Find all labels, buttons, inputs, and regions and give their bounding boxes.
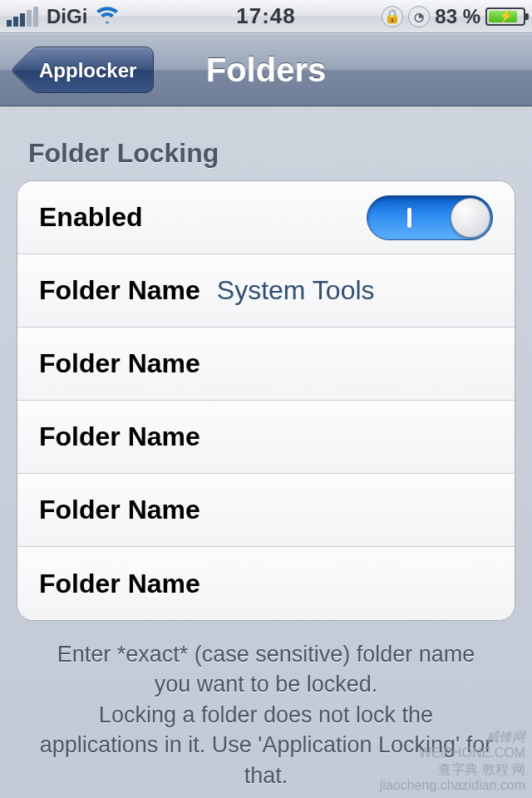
- folder-name-label: Folder Name: [39, 275, 200, 306]
- back-button[interactable]: Applocker: [30, 47, 154, 93]
- settings-group: Enabled Folder Name System Tools Folder …: [17, 180, 515, 621]
- folder-name-label: Folder Name: [39, 421, 200, 452]
- watermark: 威锋网 WEiPHONE.COM 查字典 教程 网 jiaocheng.chaz…: [380, 729, 525, 793]
- folder-name-row[interactable]: Folder Name: [17, 328, 515, 401]
- folder-name-label: Folder Name: [39, 348, 200, 379]
- folder-name-row[interactable]: Folder Name System Tools: [17, 254, 515, 328]
- battery-icon: [485, 7, 525, 26]
- folder-name-row[interactable]: Folder Name: [17, 401, 515, 474]
- enabled-toggle[interactable]: [367, 195, 493, 240]
- content-area: Folder Locking Enabled Folder Name Syste…: [0, 106, 532, 798]
- folder-name-label: Folder Name: [39, 569, 200, 599]
- folder-name-value: System Tools: [217, 275, 493, 306]
- folder-name-label: Folder Name: [39, 495, 200, 525]
- navigation-bar: Applocker Folders: [0, 33, 532, 106]
- status-time: 17:48: [0, 3, 532, 29]
- status-bar: DiGi 17:48 🔒 ◔ 83 %: [0, 0, 532, 33]
- folder-name-row[interactable]: Folder Name: [17, 547, 515, 620]
- enabled-label: Enabled: [39, 202, 142, 233]
- enabled-row: Enabled: [17, 181, 515, 254]
- folder-name-row[interactable]: Folder Name: [17, 474, 515, 547]
- section-header: Folder Locking: [28, 138, 515, 169]
- back-button-label: Applocker: [39, 59, 136, 81]
